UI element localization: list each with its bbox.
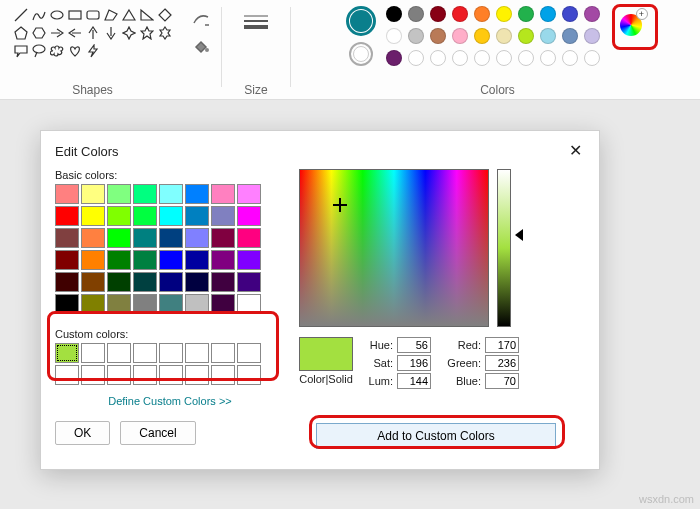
sat-input[interactable] [397, 355, 431, 371]
basic-color-swatch[interactable] [237, 294, 261, 314]
palette-swatch[interactable] [518, 6, 534, 22]
basic-color-swatch[interactable] [55, 228, 79, 248]
basic-color-swatch[interactable] [237, 272, 261, 292]
basic-color-swatch[interactable] [237, 184, 261, 204]
arrow-down-icon[interactable] [102, 24, 120, 42]
custom-color-swatch[interactable] [81, 365, 105, 385]
close-icon[interactable]: ✕ [565, 141, 585, 161]
basic-color-swatch[interactable] [211, 294, 235, 314]
basic-color-swatch[interactable] [55, 272, 79, 292]
callout-round-icon[interactable] [30, 42, 48, 60]
basic-color-swatch[interactable] [55, 184, 79, 204]
star6-icon[interactable] [156, 24, 174, 42]
ok-button[interactable]: OK [55, 421, 110, 445]
line-icon[interactable] [12, 6, 30, 24]
basic-color-swatch[interactable] [133, 228, 157, 248]
basic-color-swatch[interactable] [55, 250, 79, 270]
edit-colors-button[interactable] [612, 6, 650, 44]
basic-color-swatch[interactable] [107, 250, 131, 270]
palette-swatch[interactable] [496, 28, 512, 44]
roundrect-icon[interactable] [84, 6, 102, 24]
pentagon-icon[interactable] [12, 24, 30, 42]
custom-color-swatch[interactable] [185, 343, 209, 363]
arrow-right-icon[interactable] [48, 24, 66, 42]
green-input[interactable] [485, 355, 519, 371]
basic-color-swatch[interactable] [107, 272, 131, 292]
basic-color-swatch[interactable] [185, 272, 209, 292]
luminance-slider[interactable] [497, 169, 511, 327]
basic-color-swatch[interactable] [107, 206, 131, 226]
basic-color-swatch[interactable] [185, 184, 209, 204]
custom-color-swatch[interactable] [55, 343, 79, 363]
custom-color-swatch[interactable] [211, 365, 235, 385]
custom-color-swatch[interactable] [185, 365, 209, 385]
palette-swatch[interactable] [540, 6, 556, 22]
basic-color-swatch[interactable] [185, 250, 209, 270]
define-custom-colors-link[interactable]: Define Custom Colors >> [55, 395, 285, 407]
palette-swatch[interactable] [408, 28, 424, 44]
custom-color-swatch[interactable] [159, 343, 183, 363]
custom-color-swatch[interactable] [81, 343, 105, 363]
custom-color-swatch[interactable] [237, 343, 261, 363]
palette-swatch[interactable] [452, 28, 468, 44]
custom-color-swatch[interactable] [159, 365, 183, 385]
palette-swatch-empty[interactable] [540, 50, 556, 66]
hue-input[interactable] [397, 337, 431, 353]
luminance-handle-icon[interactable] [515, 229, 523, 241]
palette-swatch[interactable] [584, 28, 600, 44]
palette-swatch[interactable] [474, 6, 490, 22]
basic-color-swatch[interactable] [133, 272, 157, 292]
custom-color-swatch[interactable] [133, 343, 157, 363]
basic-color-swatch[interactable] [81, 272, 105, 292]
palette-swatch[interactable] [474, 28, 490, 44]
basic-color-swatch[interactable] [185, 206, 209, 226]
custom-color-swatch[interactable] [133, 365, 157, 385]
star4-icon[interactable] [120, 24, 138, 42]
basic-color-swatch[interactable] [211, 206, 235, 226]
palette-swatch-empty[interactable] [562, 50, 578, 66]
custom-color-swatch[interactable] [55, 365, 79, 385]
curve-icon[interactable] [30, 6, 48, 24]
custom-color-swatch[interactable] [107, 343, 131, 363]
star5-icon[interactable] [138, 24, 156, 42]
basic-color-swatch[interactable] [237, 206, 261, 226]
color2-well[interactable] [349, 42, 373, 66]
basic-color-swatch[interactable] [107, 228, 131, 248]
basic-color-swatch[interactable] [237, 250, 261, 270]
palette-swatch[interactable] [408, 6, 424, 22]
basic-color-swatch[interactable] [159, 250, 183, 270]
oval-icon[interactable] [48, 6, 66, 24]
arrow-left-icon[interactable] [66, 24, 84, 42]
basic-color-swatch[interactable] [159, 184, 183, 204]
rect-icon[interactable] [66, 6, 84, 24]
red-input[interactable] [485, 337, 519, 353]
basic-color-swatch[interactable] [159, 272, 183, 292]
basic-color-swatch[interactable] [159, 228, 183, 248]
hexagon-icon[interactable] [30, 24, 48, 42]
custom-color-swatch[interactable] [211, 343, 235, 363]
cancel-button[interactable]: Cancel [120, 421, 195, 445]
basic-color-swatch[interactable] [81, 184, 105, 204]
palette-swatch[interactable] [562, 28, 578, 44]
callout-rect-icon[interactable] [12, 42, 30, 60]
palette-swatch-empty[interactable] [430, 50, 446, 66]
basic-color-swatch[interactable] [55, 294, 79, 314]
triangle-icon[interactable] [120, 6, 138, 24]
palette-swatch[interactable] [452, 6, 468, 22]
fill-dropdown[interactable] [185, 34, 217, 58]
palette-swatch[interactable] [430, 28, 446, 44]
palette-swatch[interactable] [386, 28, 402, 44]
custom-colors-grid[interactable] [55, 343, 285, 385]
palette-swatch-empty[interactable] [584, 50, 600, 66]
basic-colors-grid[interactable] [55, 184, 285, 314]
basic-color-swatch[interactable] [133, 184, 157, 204]
color-spectrum[interactable] [299, 169, 489, 327]
basic-color-swatch[interactable] [185, 228, 209, 248]
polygon-icon[interactable] [102, 6, 120, 24]
basic-color-swatch[interactable] [159, 294, 183, 314]
color1-well[interactable] [346, 6, 376, 38]
custom-color-swatch[interactable] [237, 365, 261, 385]
outline-dropdown[interactable] [185, 8, 217, 32]
size-dropdown[interactable] [236, 2, 276, 42]
palette-swatch-empty[interactable] [496, 50, 512, 66]
